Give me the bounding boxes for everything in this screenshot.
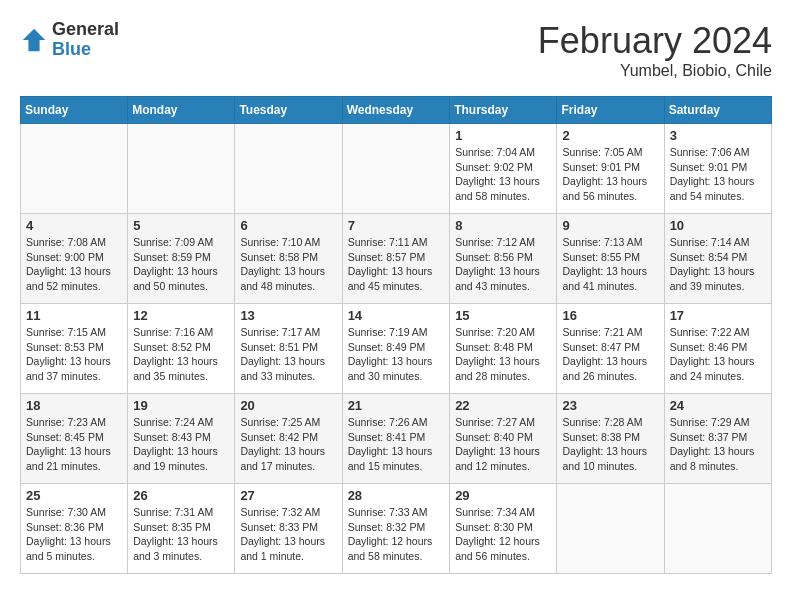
day-info: Sunrise: 7:22 AMSunset: 8:46 PMDaylight:…: [670, 325, 766, 384]
week-row-4: 18Sunrise: 7:23 AMSunset: 8:45 PMDayligh…: [21, 394, 772, 484]
day-info: Sunrise: 7:19 AMSunset: 8:49 PMDaylight:…: [348, 325, 445, 384]
calendar-cell: 11Sunrise: 7:15 AMSunset: 8:53 PMDayligh…: [21, 304, 128, 394]
logo-general: General: [52, 20, 119, 40]
day-number: 1: [455, 128, 551, 143]
logo: General Blue: [20, 20, 119, 60]
calendar-cell: 21Sunrise: 7:26 AMSunset: 8:41 PMDayligh…: [342, 394, 450, 484]
day-info: Sunrise: 7:25 AMSunset: 8:42 PMDaylight:…: [240, 415, 336, 474]
day-info: Sunrise: 7:31 AMSunset: 8:35 PMDaylight:…: [133, 505, 229, 564]
calendar-table: SundayMondayTuesdayWednesdayThursdayFrid…: [20, 96, 772, 574]
day-number: 22: [455, 398, 551, 413]
day-number: 11: [26, 308, 122, 323]
weekday-header-monday: Monday: [128, 97, 235, 124]
day-number: 20: [240, 398, 336, 413]
day-number: 8: [455, 218, 551, 233]
calendar-cell: 3Sunrise: 7:06 AMSunset: 9:01 PMDaylight…: [664, 124, 771, 214]
day-number: 24: [670, 398, 766, 413]
calendar-cell: 13Sunrise: 7:17 AMSunset: 8:51 PMDayligh…: [235, 304, 342, 394]
weekday-header-row: SundayMondayTuesdayWednesdayThursdayFrid…: [21, 97, 772, 124]
calendar-cell: 26Sunrise: 7:31 AMSunset: 8:35 PMDayligh…: [128, 484, 235, 574]
logo-blue: Blue: [52, 40, 119, 60]
day-info: Sunrise: 7:23 AMSunset: 8:45 PMDaylight:…: [26, 415, 122, 474]
day-number: 16: [562, 308, 658, 323]
day-number: 29: [455, 488, 551, 503]
calendar-cell: 9Sunrise: 7:13 AMSunset: 8:55 PMDaylight…: [557, 214, 664, 304]
day-number: 21: [348, 398, 445, 413]
title-area: February 2024 Yumbel, Biobio, Chile: [538, 20, 772, 80]
svg-marker-0: [23, 29, 45, 51]
day-number: 19: [133, 398, 229, 413]
calendar-cell: [235, 124, 342, 214]
calendar-cell: 17Sunrise: 7:22 AMSunset: 8:46 PMDayligh…: [664, 304, 771, 394]
day-number: 5: [133, 218, 229, 233]
weekday-header-sunday: Sunday: [21, 97, 128, 124]
weekday-header-tuesday: Tuesday: [235, 97, 342, 124]
day-info: Sunrise: 7:06 AMSunset: 9:01 PMDaylight:…: [670, 145, 766, 204]
calendar-cell: 1Sunrise: 7:04 AMSunset: 9:02 PMDaylight…: [450, 124, 557, 214]
day-info: Sunrise: 7:20 AMSunset: 8:48 PMDaylight:…: [455, 325, 551, 384]
day-number: 18: [26, 398, 122, 413]
day-number: 9: [562, 218, 658, 233]
day-number: 13: [240, 308, 336, 323]
header: General Blue February 2024 Yumbel, Biobi…: [20, 20, 772, 80]
week-row-1: 1Sunrise: 7:04 AMSunset: 9:02 PMDaylight…: [21, 124, 772, 214]
calendar-cell: 24Sunrise: 7:29 AMSunset: 8:37 PMDayligh…: [664, 394, 771, 484]
day-number: 4: [26, 218, 122, 233]
day-info: Sunrise: 7:15 AMSunset: 8:53 PMDaylight:…: [26, 325, 122, 384]
day-info: Sunrise: 7:16 AMSunset: 8:52 PMDaylight:…: [133, 325, 229, 384]
weekday-header-saturday: Saturday: [664, 97, 771, 124]
calendar-cell: 25Sunrise: 7:30 AMSunset: 8:36 PMDayligh…: [21, 484, 128, 574]
day-info: Sunrise: 7:11 AMSunset: 8:57 PMDaylight:…: [348, 235, 445, 294]
weekday-header-thursday: Thursday: [450, 97, 557, 124]
day-number: 10: [670, 218, 766, 233]
calendar-cell: 28Sunrise: 7:33 AMSunset: 8:32 PMDayligh…: [342, 484, 450, 574]
day-info: Sunrise: 7:24 AMSunset: 8:43 PMDaylight:…: [133, 415, 229, 474]
day-number: 17: [670, 308, 766, 323]
day-info: Sunrise: 7:14 AMSunset: 8:54 PMDaylight:…: [670, 235, 766, 294]
calendar-cell: 5Sunrise: 7:09 AMSunset: 8:59 PMDaylight…: [128, 214, 235, 304]
day-info: Sunrise: 7:28 AMSunset: 8:38 PMDaylight:…: [562, 415, 658, 474]
day-info: Sunrise: 7:05 AMSunset: 9:01 PMDaylight:…: [562, 145, 658, 204]
calendar-cell: 23Sunrise: 7:28 AMSunset: 8:38 PMDayligh…: [557, 394, 664, 484]
calendar-cell: 20Sunrise: 7:25 AMSunset: 8:42 PMDayligh…: [235, 394, 342, 484]
location-title: Yumbel, Biobio, Chile: [538, 62, 772, 80]
day-number: 6: [240, 218, 336, 233]
day-info: Sunrise: 7:26 AMSunset: 8:41 PMDaylight:…: [348, 415, 445, 474]
day-info: Sunrise: 7:34 AMSunset: 8:30 PMDaylight:…: [455, 505, 551, 564]
calendar-cell: [557, 484, 664, 574]
calendar-cell: 22Sunrise: 7:27 AMSunset: 8:40 PMDayligh…: [450, 394, 557, 484]
day-number: 15: [455, 308, 551, 323]
day-number: 25: [26, 488, 122, 503]
calendar-cell: 29Sunrise: 7:34 AMSunset: 8:30 PMDayligh…: [450, 484, 557, 574]
calendar-cell: 7Sunrise: 7:11 AMSunset: 8:57 PMDaylight…: [342, 214, 450, 304]
calendar-cell: 12Sunrise: 7:16 AMSunset: 8:52 PMDayligh…: [128, 304, 235, 394]
day-info: Sunrise: 7:08 AMSunset: 9:00 PMDaylight:…: [26, 235, 122, 294]
calendar-cell: 27Sunrise: 7:32 AMSunset: 8:33 PMDayligh…: [235, 484, 342, 574]
week-row-2: 4Sunrise: 7:08 AMSunset: 9:00 PMDaylight…: [21, 214, 772, 304]
day-number: 3: [670, 128, 766, 143]
day-info: Sunrise: 7:04 AMSunset: 9:02 PMDaylight:…: [455, 145, 551, 204]
day-info: Sunrise: 7:29 AMSunset: 8:37 PMDaylight:…: [670, 415, 766, 474]
weekday-header-wednesday: Wednesday: [342, 97, 450, 124]
calendar-cell: [21, 124, 128, 214]
calendar-cell: [664, 484, 771, 574]
calendar-cell: 14Sunrise: 7:19 AMSunset: 8:49 PMDayligh…: [342, 304, 450, 394]
calendar-cell: 8Sunrise: 7:12 AMSunset: 8:56 PMDaylight…: [450, 214, 557, 304]
day-info: Sunrise: 7:10 AMSunset: 8:58 PMDaylight:…: [240, 235, 336, 294]
day-number: 2: [562, 128, 658, 143]
weekday-header-friday: Friday: [557, 97, 664, 124]
calendar-cell: 19Sunrise: 7:24 AMSunset: 8:43 PMDayligh…: [128, 394, 235, 484]
logo-icon: [20, 26, 48, 54]
day-number: 7: [348, 218, 445, 233]
calendar-cell: 10Sunrise: 7:14 AMSunset: 8:54 PMDayligh…: [664, 214, 771, 304]
calendar-cell: [342, 124, 450, 214]
day-info: Sunrise: 7:21 AMSunset: 8:47 PMDaylight:…: [562, 325, 658, 384]
day-info: Sunrise: 7:09 AMSunset: 8:59 PMDaylight:…: [133, 235, 229, 294]
day-number: 12: [133, 308, 229, 323]
calendar-cell: 18Sunrise: 7:23 AMSunset: 8:45 PMDayligh…: [21, 394, 128, 484]
week-row-5: 25Sunrise: 7:30 AMSunset: 8:36 PMDayligh…: [21, 484, 772, 574]
day-info: Sunrise: 7:30 AMSunset: 8:36 PMDaylight:…: [26, 505, 122, 564]
week-row-3: 11Sunrise: 7:15 AMSunset: 8:53 PMDayligh…: [21, 304, 772, 394]
day-info: Sunrise: 7:32 AMSunset: 8:33 PMDaylight:…: [240, 505, 336, 564]
day-number: 27: [240, 488, 336, 503]
